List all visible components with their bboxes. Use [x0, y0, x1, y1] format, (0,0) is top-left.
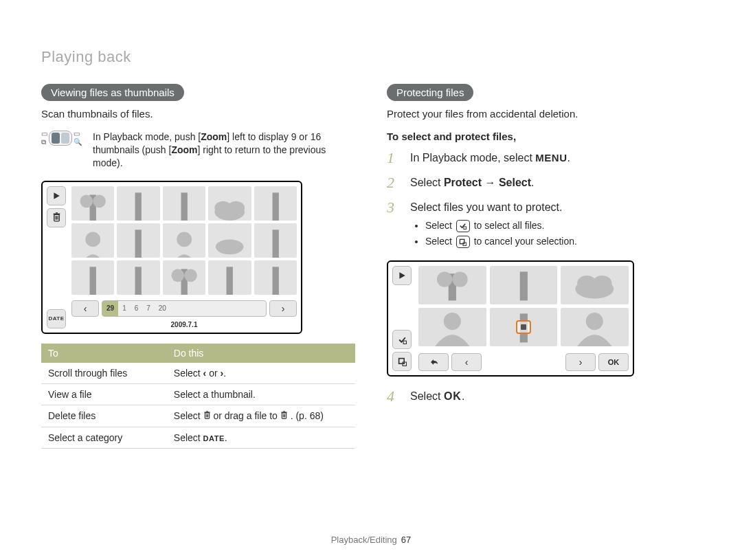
- pill-protecting-files: Protecting files: [387, 84, 473, 101]
- scroll-left-icon: ‹: [451, 353, 482, 371]
- table-row: Delete files Select or drag a file to . …: [41, 405, 355, 427]
- ok-button-icon: OK: [598, 353, 629, 371]
- svg-point-49: [452, 272, 467, 287]
- svg-rect-30: [206, 411, 208, 412]
- left-column: Viewing files as thumbnails Scan thumbna…: [41, 84, 355, 449]
- svg-point-56: [586, 313, 603, 330]
- svg-rect-26: [227, 267, 233, 295]
- svg-point-25: [184, 269, 197, 282]
- scroll-right-icon: ›: [565, 353, 596, 371]
- svg-point-54: [444, 313, 461, 330]
- lead-text: Protect your files from accidental delet…: [387, 108, 701, 120]
- date-scroll-strip: 29 1 6 7 20: [102, 300, 267, 317]
- svg-rect-27: [272, 267, 278, 295]
- svg-point-48: [437, 272, 452, 287]
- table-row: Scroll through files Select ‹ or ›.: [41, 363, 355, 384]
- trash-icon: [47, 208, 66, 227]
- table-row: View a file Select a thumbnail.: [41, 383, 355, 405]
- deselect-icon: [456, 236, 470, 248]
- step-4: 4 Select OK.: [387, 389, 701, 404]
- svg-rect-45: [398, 358, 404, 363]
- scroll-right-icon: ›: [269, 300, 297, 317]
- zoom-tip-text: In Playback mode, push [Zoom] left to di…: [93, 131, 355, 170]
- table-row: Select a category Select DATE.: [41, 427, 355, 448]
- th-do: Do this: [167, 344, 355, 363]
- svg-marker-43: [399, 272, 405, 279]
- step-3: 3 Select files you want to protect. Sele…: [387, 200, 701, 251]
- back-icon: [418, 353, 449, 371]
- svg-rect-17: [135, 229, 142, 258]
- select-all-icon: [392, 330, 412, 349]
- date-caption: 2009.7.1: [71, 321, 297, 328]
- trash-icon: [203, 411, 211, 422]
- ok-icon: OK: [444, 390, 462, 402]
- date-icon: DATE: [47, 309, 66, 328]
- pill-viewing-thumbnails: Viewing files as thumbnails: [41, 84, 184, 101]
- page-footer: Playback/Editing67: [0, 535, 742, 545]
- svg-rect-21: [90, 267, 96, 295]
- svg-point-8: [80, 194, 93, 208]
- svg-rect-40: [464, 227, 466, 229]
- svg-point-14: [227, 201, 245, 214]
- zoom-tip: ▭ ⧉ ▭ 🔍 In Playback mode, push [Zoom] le…: [41, 131, 355, 170]
- svg-rect-44: [403, 341, 406, 344]
- svg-rect-22: [135, 267, 142, 295]
- svg-rect-36: [283, 411, 285, 412]
- svg-rect-3: [55, 212, 57, 213]
- scroll-left-icon: ‹: [71, 300, 99, 317]
- svg-rect-11: [181, 192, 187, 221]
- deselect-icon: [392, 352, 412, 371]
- sub-heading: To select and protect files,: [387, 131, 701, 142]
- svg-rect-41: [460, 239, 464, 243]
- zoom-toggle-icon: ▭ ⧉ ▭ 🔍: [41, 131, 82, 146]
- svg-point-53: [593, 276, 612, 291]
- trash-icon: [280, 411, 288, 422]
- date-icon: DATE: [203, 434, 225, 443]
- svg-rect-20: [272, 229, 278, 258]
- svg-point-19: [216, 239, 244, 254]
- svg-rect-15: [272, 192, 278, 221]
- svg-point-9: [93, 194, 106, 208]
- th-to: To: [41, 344, 167, 363]
- svg-point-16: [85, 232, 100, 247]
- step-2: 2 Select Protect → Select.: [387, 175, 701, 190]
- svg-rect-35: [281, 412, 286, 412]
- lead-text: Scan thumbnails of files.: [41, 108, 355, 120]
- protect-grid-screenshot: ‹ › OK: [387, 260, 634, 377]
- actions-table: To Do this Scroll through files Select ‹…: [41, 344, 355, 449]
- play-icon: [392, 266, 412, 285]
- step-1: 1 In Playback mode, select MENU.: [387, 150, 701, 166]
- section-title: Playing back: [41, 48, 701, 66]
- svg-rect-2: [53, 214, 60, 215]
- thumbnail-grid-screenshot: DATE: [41, 181, 302, 334]
- svg-rect-10: [135, 192, 142, 221]
- svg-rect-50: [519, 272, 527, 301]
- right-column: Protecting files Protect your files from…: [387, 84, 701, 449]
- svg-rect-29: [204, 412, 210, 412]
- svg-point-18: [177, 232, 192, 247]
- svg-point-24: [171, 269, 184, 282]
- select-all-icon: [456, 220, 470, 232]
- svg-marker-0: [54, 192, 59, 199]
- lock-marker-icon: [516, 320, 531, 334]
- menu-icon: MENU: [535, 152, 567, 164]
- play-icon: [47, 186, 66, 205]
